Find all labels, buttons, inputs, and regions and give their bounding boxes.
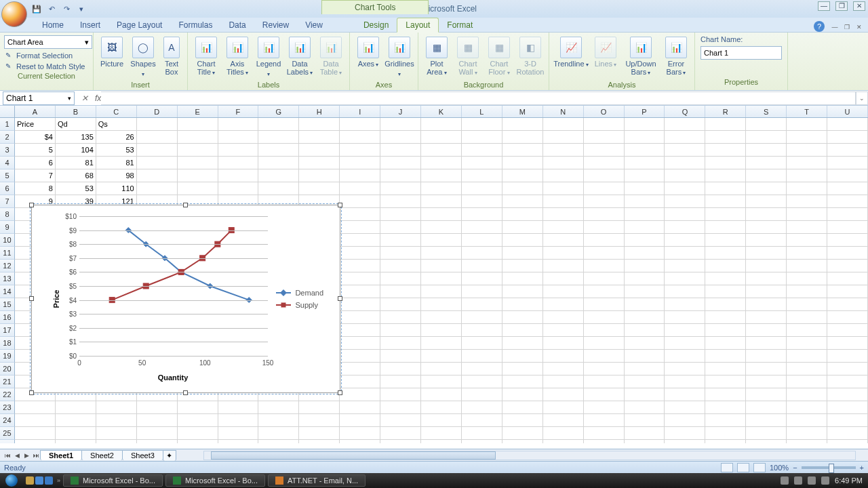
cell[interactable] — [340, 440, 380, 443]
cell[interactable] — [380, 208, 421, 221]
cell[interactable] — [827, 388, 868, 401]
cell[interactable] — [827, 363, 868, 375]
cell[interactable] — [502, 350, 543, 363]
cell[interactable] — [462, 298, 502, 311]
cell[interactable] — [502, 440, 543, 443]
row-header[interactable]: 16 — [0, 311, 15, 324]
undo-icon[interactable]: ↶ — [46, 3, 57, 14]
cell[interactable] — [56, 401, 96, 414]
cell[interactable]: 8 — [15, 182, 56, 195]
tab-home[interactable]: Home — [34, 18, 72, 32]
reset-style-button[interactable]: Reset to Match Style — [4, 61, 89, 72]
worksheet-grid[interactable]: ABCDEFGHIJKLMNOPQRSTU 1PriceQdQs2$413526… — [0, 106, 868, 443]
cell[interactable] — [543, 247, 584, 260]
cell[interactable] — [340, 363, 380, 375]
cell[interactable] — [584, 285, 625, 298]
column-header[interactable]: G — [258, 106, 299, 117]
cell[interactable]: 53 — [56, 182, 96, 195]
trendline-button[interactable]: 📈Trendline — [553, 34, 589, 69]
cell[interactable] — [746, 272, 787, 285]
pinned-player-icon[interactable] — [35, 476, 43, 485]
row-header[interactable]: 9 — [0, 221, 15, 234]
cell[interactable] — [787, 350, 827, 363]
cell[interactable] — [543, 144, 584, 157]
cell[interactable] — [827, 401, 868, 414]
cell[interactable] — [543, 208, 584, 221]
cell[interactable] — [787, 414, 827, 427]
cell[interactable] — [665, 234, 705, 247]
cell[interactable] — [625, 208, 665, 221]
cell[interactable] — [258, 401, 299, 414]
cell[interactable] — [421, 157, 462, 169]
cell[interactable] — [502, 324, 543, 337]
cell[interactable] — [787, 401, 827, 414]
cell[interactable] — [502, 169, 543, 182]
cell[interactable] — [827, 440, 868, 443]
cell[interactable] — [462, 440, 502, 443]
gridlines-button[interactable]: 📊Gridlines — [385, 34, 414, 79]
cell[interactable] — [421, 195, 462, 208]
cell[interactable] — [625, 272, 665, 285]
cell[interactable] — [462, 144, 502, 157]
start-button[interactable] — [0, 473, 23, 488]
cell[interactable] — [380, 195, 421, 208]
column-header[interactable]: P — [625, 106, 665, 117]
cell[interactable] — [380, 311, 421, 324]
cell[interactable] — [827, 234, 868, 247]
row-header[interactable]: 10 — [0, 234, 15, 247]
column-header[interactable]: R — [705, 106, 746, 117]
column-header[interactable]: A — [15, 106, 56, 117]
cell[interactable] — [421, 427, 462, 440]
row-header[interactable]: 17 — [0, 324, 15, 337]
cell[interactable] — [787, 208, 827, 221]
cell[interactable] — [625, 169, 665, 182]
cell[interactable] — [665, 247, 705, 260]
tab-page-layout[interactable]: Page Layout — [108, 18, 170, 32]
cell[interactable] — [705, 208, 746, 221]
cell[interactable] — [787, 118, 827, 131]
cell[interactable] — [787, 247, 827, 260]
sheet-nav-last[interactable]: ⏭ — [31, 452, 41, 459]
cell[interactable] — [137, 157, 178, 169]
cell[interactable] — [543, 414, 584, 427]
cell[interactable] — [584, 247, 625, 260]
cell[interactable] — [421, 260, 462, 272]
cell[interactable] — [827, 247, 868, 260]
row-header[interactable]: 26 — [0, 440, 15, 443]
cell[interactable] — [625, 440, 665, 443]
cell[interactable] — [787, 427, 827, 440]
chart-wall-button[interactable]: ▦Chart Wall — [454, 34, 482, 77]
cell[interactable] — [827, 169, 868, 182]
cell[interactable] — [665, 131, 705, 144]
cell[interactable] — [625, 131, 665, 144]
cell[interactable] — [543, 234, 584, 247]
cell[interactable] — [543, 131, 584, 144]
cell[interactable] — [421, 401, 462, 414]
tab-insert[interactable]: Insert — [72, 18, 108, 32]
cell[interactable] — [462, 182, 502, 195]
cell[interactable] — [543, 157, 584, 169]
cell[interactable] — [462, 272, 502, 285]
row-header[interactable]: 19 — [0, 350, 15, 363]
cell[interactable] — [15, 427, 56, 440]
cell[interactable] — [665, 337, 705, 350]
column-header[interactable]: J — [380, 106, 421, 117]
cell[interactable] — [462, 247, 502, 260]
cell[interactable] — [178, 414, 218, 427]
pinned-ie-icon[interactable] — [45, 476, 53, 485]
cell[interactable] — [462, 208, 502, 221]
cell[interactable] — [258, 440, 299, 443]
cell[interactable] — [502, 260, 543, 272]
cell[interactable] — [584, 208, 625, 221]
cell[interactable] — [543, 388, 584, 401]
cell[interactable] — [625, 195, 665, 208]
cell[interactable] — [380, 414, 421, 427]
cell[interactable] — [787, 324, 827, 337]
cell[interactable] — [543, 363, 584, 375]
cell[interactable] — [502, 414, 543, 427]
cell[interactable] — [625, 388, 665, 401]
cell[interactable] — [827, 375, 868, 388]
cell[interactable] — [705, 324, 746, 337]
cell[interactable] — [462, 260, 502, 272]
cell[interactable] — [705, 169, 746, 182]
